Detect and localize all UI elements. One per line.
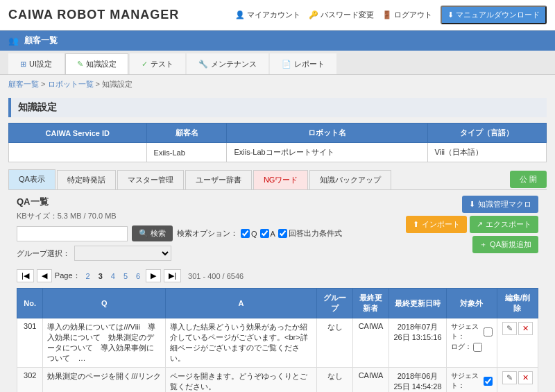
breadcrumb-robots[interactable]: ロボット一覧 xyxy=(48,80,94,88)
table-row: 302 効果測定のページを開く///リンク ページを開きます。どうぞゆっくりとご… xyxy=(17,368,538,393)
data-table: No. Q A グループ 最終更新者 最終更新日時 対象外 編集/削除 301 … xyxy=(17,288,538,392)
key-icon: 🔑 xyxy=(309,10,318,19)
action-btns-302: ✎ ✕ xyxy=(502,371,533,384)
qa-title: QA一覧 xyxy=(17,196,406,208)
cell-group-302: なし xyxy=(317,368,353,393)
action-btns-301: ✎ ✕ xyxy=(502,322,533,335)
search-input[interactable] xyxy=(17,226,128,241)
page-title: 知識設定 xyxy=(8,98,547,117)
sub-tab-special[interactable]: 特定時発話 xyxy=(57,170,116,189)
add-icon: ＋ xyxy=(479,239,487,250)
macro-button[interactable]: ⬇ 知識管理マクロ xyxy=(462,196,538,213)
page-link-3[interactable]: 3 xyxy=(96,271,105,281)
suggest-row-301: サジェスト： xyxy=(451,322,493,341)
export-button[interactable]: ↗ エクスポート xyxy=(470,216,538,233)
customer-bar-icon: 👥 xyxy=(8,36,19,46)
page-range: 301 - 400 / 6546 xyxy=(188,272,244,280)
app-title: CAIWA ROBOT MANAGER xyxy=(8,8,179,22)
cell-customer-name: Exiis-Lab xyxy=(146,143,227,162)
col-customer-name: 顧客名 xyxy=(146,123,227,143)
page-next-button[interactable]: ▶ xyxy=(146,269,161,282)
search-icon: 🔍 xyxy=(139,229,148,238)
cell-service-id xyxy=(9,143,147,162)
change-password-link[interactable]: 🔑 パスワード変更 xyxy=(309,10,374,20)
edit-button-302[interactable]: ✎ xyxy=(502,371,517,384)
th-action: 編集/削除 xyxy=(497,289,538,318)
header: CAIWA ROBOT MANAGER 👤 マイアカウント 🔑 パスワード変更 … xyxy=(0,0,555,31)
knowledge-icon: ✎ xyxy=(77,60,83,69)
suggest-checkbox-301[interactable] xyxy=(484,327,493,336)
cell-group-301: なし xyxy=(317,318,353,368)
page-prev-button[interactable]: ◀ xyxy=(37,269,52,282)
cell-target-301: サジェスト： ログ： xyxy=(447,318,497,368)
info-table: CAIWA Service ID 顧客名 ロボット名 タイプ（言語） Exiis… xyxy=(8,123,547,162)
tab-maintenance[interactable]: 🔧 メンテナンス xyxy=(187,53,268,74)
suggest-checkbox-302[interactable] xyxy=(484,377,493,386)
sub-tab-ng-word[interactable]: NGワード xyxy=(253,170,309,189)
suggest-row-302: サジェスト： xyxy=(451,371,493,391)
tab-test[interactable]: ✓ テスト xyxy=(130,53,185,74)
option-a-label[interactable]: A xyxy=(260,229,275,238)
user-icon: 👤 xyxy=(235,10,245,19)
publish-button[interactable]: 公 開 xyxy=(510,171,547,188)
tab-report[interactable]: 📄 レポート xyxy=(270,53,336,74)
cell-date-302: 2018年06月25日 14:54:28 xyxy=(388,368,446,393)
download-macro-icon: ⬇ xyxy=(469,200,475,209)
page-link-6[interactable]: 6 xyxy=(133,271,143,281)
my-account-link[interactable]: 👤 マイアカウント xyxy=(235,10,300,20)
cell-a-301: 導入した結果どういう効果があったか紹介しているページがございます。<br>詳細ペ… xyxy=(165,318,316,368)
search-bar: 🔍 検索 検索オプション： Q A xyxy=(17,225,406,241)
manual-download-button[interactable]: ⬇ マニュアルダウンロード xyxy=(441,6,547,24)
sub-tabs: QA表示 特定時発話 マスター管理 ユーザー辞書 NGワード 知識バックアップ … xyxy=(8,169,547,190)
option-condition-label[interactable]: 回答出力条件式 xyxy=(278,228,342,239)
qa-toolbar-left: QA一覧 KBサイズ：5.3 MB / 70.0 MB 🔍 検索 検索オプション… xyxy=(17,196,406,266)
option-a-checkbox[interactable] xyxy=(260,229,269,238)
test-icon: ✓ xyxy=(142,60,148,69)
add-qa-button[interactable]: ＋ QA新規追加 xyxy=(472,236,538,253)
cell-date-301: 2018年07月26日 13:15:16 xyxy=(388,318,446,368)
nav-tabs: ⊞ UI設定 ✎ 知識設定 ✓ テスト 🔧 メンテナンス 📄 レポート xyxy=(0,51,555,75)
btn-row-1: ⬇ 知識管理マクロ xyxy=(462,196,538,213)
sub-tab-qa[interactable]: QA表示 xyxy=(8,169,56,189)
cell-target-302: サジェスト： ログ： xyxy=(447,368,497,393)
edit-button-301[interactable]: ✎ xyxy=(502,322,517,335)
delete-button-302[interactable]: ✕ xyxy=(518,371,533,384)
cell-q-301: 導入の効果については///Viii 導入効果について 効果測定のデータについて … xyxy=(43,318,166,368)
breadcrumb-customers[interactable]: 顧客一覧 xyxy=(8,80,39,88)
th-q: Q xyxy=(43,289,166,318)
page-first-button[interactable]: |◀ xyxy=(17,269,34,282)
tab-knowledge[interactable]: ✎ 知識設定 xyxy=(65,53,128,74)
report-icon: 📄 xyxy=(282,60,291,69)
th-target: 対象外 xyxy=(447,289,497,318)
cell-action-301: ✎ ✕ xyxy=(497,318,538,368)
cell-no-301: 301 xyxy=(17,318,43,368)
customer-bar: 👥 顧客一覧 xyxy=(0,31,555,51)
option-q-checkbox[interactable] xyxy=(241,229,250,238)
page-last-button[interactable]: ▶| xyxy=(164,269,181,282)
search-button[interactable]: 🔍 検索 xyxy=(132,225,173,241)
page-link-4[interactable]: 4 xyxy=(108,271,118,281)
qa-toolbar-right: ⬇ 知識管理マクロ ⬆ インポート ↗ エクスポート xyxy=(406,196,538,253)
btn-row-2: ⬆ インポート ↗ エクスポート xyxy=(406,216,538,233)
search-options: 検索オプション： Q A 回答出力条件式 xyxy=(177,228,342,239)
col-robot-name: ロボット名 xyxy=(227,123,427,143)
cell-editor-302: CAIWA xyxy=(353,368,389,393)
sub-tab-backup[interactable]: 知識バックアップ xyxy=(309,170,391,189)
group-select[interactable] xyxy=(74,246,171,261)
btn-row-3: ＋ QA新規追加 xyxy=(472,236,538,253)
sub-tab-master[interactable]: マスター管理 xyxy=(117,170,184,189)
tab-ui[interactable]: ⊞ UI設定 xyxy=(8,53,64,74)
page-link-2[interactable]: 2 xyxy=(83,271,93,281)
import-button[interactable]: ⬆ インポート xyxy=(406,216,467,233)
breadcrumb: 顧客一覧 > ロボット一覧 > 知識設定 xyxy=(0,75,555,94)
pagination-bar: |◀ ◀ Page： 2 3 4 5 6 ▶ ▶| 301 - 400 / 65… xyxy=(17,269,538,282)
log-checkbox-301[interactable] xyxy=(473,343,482,352)
option-condition-checkbox[interactable] xyxy=(278,229,287,238)
delete-button-301[interactable]: ✕ xyxy=(518,322,533,335)
sub-tab-user-dict[interactable]: ユーザー辞書 xyxy=(185,170,252,189)
cell-editor-301: CAIWA xyxy=(353,318,389,368)
qa-toolbar: QA一覧 KBサイズ：5.3 MB / 70.0 MB 🔍 検索 検索オプション… xyxy=(17,196,538,266)
logout-link[interactable]: 🚪 ログアウト xyxy=(382,10,432,20)
page-link-5[interactable]: 5 xyxy=(121,271,130,281)
option-q-label[interactable]: Q xyxy=(241,229,257,238)
